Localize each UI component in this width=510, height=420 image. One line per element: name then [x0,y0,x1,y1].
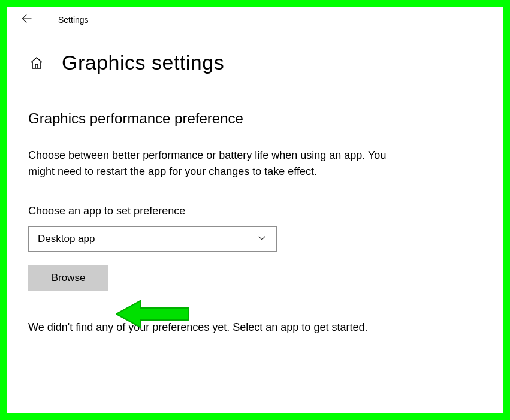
back-button[interactable] [20,13,34,27]
page-title: Graphics settings [62,51,224,74]
dropdown-selected-value: Desktop app [38,233,95,245]
window-title: Settings [58,15,89,25]
home-icon[interactable] [28,55,45,71]
browse-button-label: Browse [52,272,86,284]
settings-window: Settings Graphics settings Graphics perf… [7,7,503,413]
no-preferences-text: We didn't find any of your preferences y… [28,319,412,336]
page-header: Graphics settings [28,51,482,74]
section-heading: Graphics performance preference [28,110,482,127]
browse-button[interactable]: Browse [28,265,108,291]
app-type-dropdown[interactable]: Desktop app [28,226,277,252]
back-arrow-icon [21,13,33,27]
dropdown-label: Choose an app to set preference [28,205,482,217]
chevron-down-icon [256,232,267,246]
content-area: Graphics settings Graphics performance p… [7,33,503,336]
titlebar: Settings [7,7,503,33]
section-description: Choose between better performance or bat… [28,147,412,180]
